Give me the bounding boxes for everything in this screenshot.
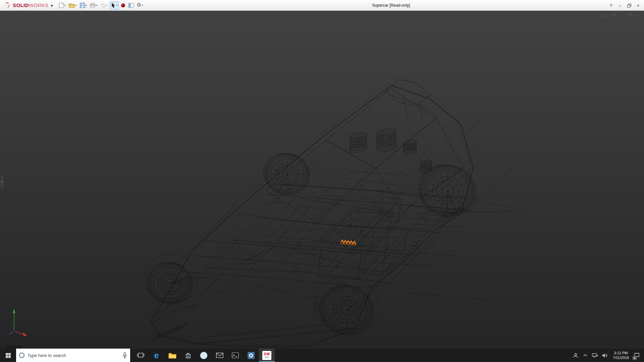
menu-expand-arrow[interactable]: ▸ bbox=[51, 3, 53, 8]
document-title: Supercar [Read-only] bbox=[372, 0, 410, 11]
hidden-icons-button[interactable] bbox=[581, 349, 590, 362]
system-tray: 3:12 PM 7/11/2018 3 bbox=[571, 349, 644, 362]
file-explorer-button[interactable] bbox=[164, 349, 180, 362]
clock[interactable]: 3:12 PM 7/11/2018 bbox=[610, 351, 632, 360]
child-minimize-button[interactable]: – bbox=[619, 13, 624, 18]
action-center-button[interactable]: 3 bbox=[632, 349, 642, 362]
people-button[interactable] bbox=[571, 349, 581, 362]
clock-date: 7/11/2018 bbox=[613, 355, 629, 360]
edrawings-icon bbox=[247, 352, 255, 359]
solidworks-desktop: { "app": { "brand_solid": "SOLID", "bran… bbox=[0, 0, 644, 362]
dropdown-chevron-icon[interactable]: ▾ bbox=[142, 4, 143, 7]
new-window-icon[interactable] bbox=[603, 13, 608, 18]
select-cursor-icon bbox=[111, 3, 115, 8]
quick-access-toolbar: ▾ ▾ ▾ ▾ ▾ ▾ ⚙ ▾ bbox=[58, 1, 144, 9]
cascade-windows-icon[interactable] bbox=[611, 13, 616, 18]
notification-badge: 3 bbox=[632, 356, 637, 360]
x-axis-arrow bbox=[23, 333, 27, 336]
print-button[interactable]: ▾ bbox=[89, 2, 99, 9]
command-prompt-icon bbox=[232, 352, 239, 358]
clock-time: 3:12 PM bbox=[614, 351, 628, 355]
restore-button[interactable] bbox=[625, 1, 634, 10]
red-sphere-icon bbox=[121, 3, 125, 8]
new-document-icon bbox=[59, 2, 64, 8]
task-pane-collapse-tab[interactable]: ◂ bbox=[0, 176, 3, 188]
new-document-button[interactable]: ▾ bbox=[58, 1, 67, 9]
file-explorer-icon bbox=[168, 352, 176, 359]
dropdown-chevron-icon[interactable]: ▾ bbox=[96, 4, 98, 7]
store-button[interactable] bbox=[180, 349, 196, 362]
microphone-icon[interactable] bbox=[122, 352, 127, 358]
circle-app-button[interactable] bbox=[196, 349, 212, 362]
solidworks-logo: SOLIDWORKS bbox=[0, 2, 50, 8]
people-icon bbox=[573, 353, 579, 358]
circle-app-icon bbox=[200, 352, 208, 359]
cortana-icon bbox=[19, 353, 24, 358]
dropdown-chevron-icon[interactable]: ▾ bbox=[86, 4, 87, 7]
mail-envelope-icon bbox=[216, 353, 223, 358]
task-view-icon bbox=[137, 352, 145, 358]
brand-text: SOLIDWORKS bbox=[13, 2, 49, 8]
windows-logo-icon bbox=[6, 353, 11, 358]
mail-button[interactable] bbox=[212, 349, 227, 362]
dropdown-chevron-icon[interactable]: ▾ bbox=[107, 4, 108, 7]
windows-taskbar: Type here to search e SW 2017 bbox=[0, 349, 644, 362]
document-window-controls: – × bbox=[603, 13, 640, 18]
network-button[interactable] bbox=[590, 349, 600, 362]
child-restore-button[interactable] bbox=[627, 13, 632, 18]
edge-button[interactable]: e bbox=[149, 349, 164, 362]
solidworks-2017-button[interactable]: SW 2017 bbox=[259, 349, 275, 362]
brand-text-solid: SOLID bbox=[13, 2, 29, 8]
open-folder-icon bbox=[69, 3, 75, 8]
minimize-button[interactable]: – bbox=[615, 1, 625, 10]
close-button[interactable]: × bbox=[634, 1, 643, 10]
orientation-triad[interactable] bbox=[1, 304, 32, 339]
edge-icon: e bbox=[154, 351, 159, 360]
save-floppy-icon bbox=[80, 3, 85, 8]
solidworks-icon-letters: SW bbox=[264, 352, 270, 356]
printer-icon bbox=[90, 3, 96, 8]
help-button[interactable]: ? bbox=[606, 1, 615, 10]
store-bag-icon bbox=[185, 352, 192, 359]
3ds-logo-icon bbox=[3, 2, 11, 8]
graphics-viewport[interactable]: – × ◂ *Dimetric bbox=[0, 11, 644, 349]
taskbar-search-input[interactable]: Type here to search bbox=[16, 349, 130, 362]
options-panel-button[interactable] bbox=[127, 2, 135, 9]
solidworks-icon-year: 2017 bbox=[265, 356, 269, 358]
settings-button[interactable]: ⚙ ▾ bbox=[136, 2, 144, 9]
wireframe-car-model[interactable] bbox=[0, 11, 644, 349]
open-document-button[interactable]: ▾ bbox=[68, 2, 78, 9]
dropdown-chevron-icon[interactable]: ▾ bbox=[116, 4, 117, 7]
y-axis-arrow bbox=[13, 309, 15, 313]
solidworks-app-icon: SW 2017 bbox=[262, 351, 271, 360]
volume-button[interactable] bbox=[600, 349, 610, 362]
window-controls: ? – × bbox=[606, 0, 643, 11]
brand-text-works: WORKS bbox=[29, 2, 49, 8]
dropdown-chevron-icon[interactable]: ▾ bbox=[75, 4, 77, 7]
dropdown-chevron-icon[interactable]: ▾ bbox=[65, 4, 66, 7]
network-icon bbox=[592, 353, 598, 358]
chevron-up-icon bbox=[583, 354, 587, 357]
speaker-icon bbox=[602, 353, 608, 358]
start-button[interactable] bbox=[0, 349, 16, 362]
app-title-bar: SOLIDWORKS ▸ ▾ ▾ ▾ ▾ ▾ ▾ bbox=[0, 0, 644, 11]
undo-button[interactable]: ▾ bbox=[100, 2, 109, 9]
undo-arrow-icon bbox=[101, 3, 106, 8]
save-button[interactable]: ▾ bbox=[79, 2, 88, 9]
panel-columns-icon bbox=[128, 3, 134, 8]
restore-icon bbox=[627, 4, 631, 7]
gear-icon: ⚙ bbox=[137, 3, 141, 8]
command-prompt-button[interactable] bbox=[227, 349, 243, 362]
child-close-button[interactable]: × bbox=[635, 13, 640, 18]
task-view-button[interactable] bbox=[133, 349, 149, 362]
select-tool-button[interactable]: ▾ bbox=[110, 1, 119, 9]
edrawings-button[interactable] bbox=[243, 349, 259, 362]
z-axis bbox=[9, 331, 14, 334]
record-macro-button[interactable] bbox=[120, 2, 126, 9]
search-placeholder: Type here to search bbox=[28, 353, 119, 358]
